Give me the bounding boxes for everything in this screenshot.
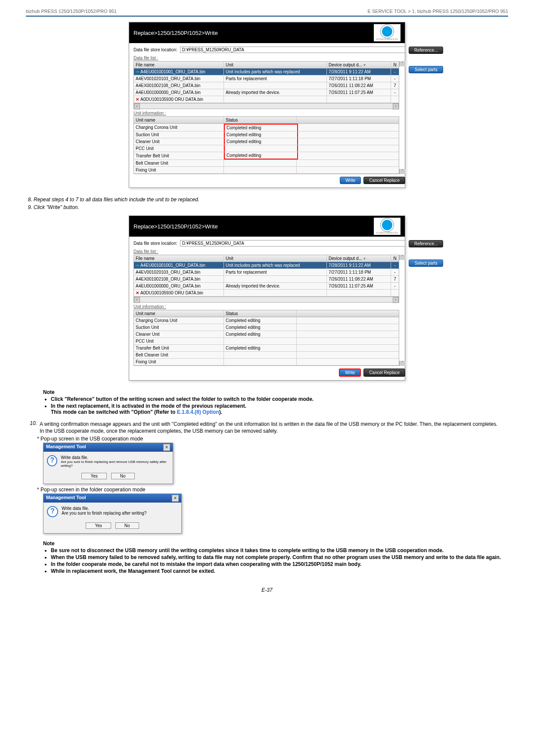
table-row[interactable]: Cleaner Unit Completed editing [134,138,399,145]
question-icon: ? [47,455,57,466]
unit-col-name[interactable]: Unit name [134,310,224,317]
dialog-title: Management Tool [46,444,86,451]
dialog-msg-2: Are you sure to finish replacing after w… [62,511,146,515]
col-unit[interactable]: Unit [224,62,327,68]
page-number: E-37 [26,587,508,593]
table-row[interactable]: A4EV001020103_ORU_DATA.bin Parts for rep… [134,269,399,276]
step-9: Click "Write" button. [34,204,508,210]
data-file-list-label: Data file list : [134,249,405,254]
scroll-up-icon[interactable]: ˄ [399,61,405,66]
table-row[interactable]: A4EX001002108_ORU_DATA.bin 7/26/2011 11:… [134,276,399,283]
table-row[interactable]: A4EU001000000_ORU_DATA.bin Already impor… [134,283,399,290]
data-file-list-label: Data file list : [134,56,405,60]
store-label: Data file store location: [134,47,177,52]
col-file[interactable]: File name [134,62,224,68]
scroll-left-icon[interactable]: ‹ [134,297,140,303]
cancel-replace-button[interactable]: Cancel Replace [363,369,405,377]
note-item: In the folder cooperate mode, be careful… [51,561,508,567]
select-parts-button[interactable]: Select parts [409,66,443,73]
dialog-msg-1: Write data file. [61,455,169,460]
table-row[interactable]: A4EX001002108_ORU_DATA.bin 7/26/2011 11:… [134,82,399,89]
error-icon: ✕ [136,291,139,295]
app-title: Replace>1250/1250P/1052>Write [134,223,218,230]
popup-usb-label: * Pop-up screen in the USB cooperation m… [37,436,508,442]
dialog-title: Management Tool [46,495,86,502]
table-row[interactable]: Transfer Belt Unit Completed editing [134,152,399,160]
table-row[interactable]: A4EV001020103_ORU_DATA.bin Parts for rep… [134,75,399,82]
step-10: A writing confirmation message appears a… [40,421,508,427]
yes-button[interactable]: Yes [86,522,111,529]
scroll-right-icon[interactable]: › [393,297,399,303]
scroll-left-icon[interactable]: ‹ [134,103,140,109]
question-icon: ? [47,506,58,517]
reference-button[interactable]: Reference... [409,240,443,247]
table-row[interactable]: Fixing Unit [134,167,399,174]
table-row[interactable]: Suction Unit Completed editing [134,131,399,138]
note-item: Click "Reference" button of the writing … [51,396,508,402]
arrow-icon: ➡ [136,263,139,268]
store-location-input[interactable] [180,240,405,247]
unit-col-name[interactable]: Unit name [134,117,224,123]
unit-info-label: Unit information : [134,304,399,309]
unit-col-status[interactable]: Status [224,117,297,123]
col-n[interactable]: N [391,255,399,262]
table-row[interactable]: PCC Unit [134,338,399,345]
table-row[interactable]: Belt Cleaner Unit [134,160,399,167]
col-file[interactable]: File name [134,255,224,262]
scroll-down-icon[interactable]: ˅ [399,169,405,174]
write-button[interactable]: Write [339,369,361,377]
table-row[interactable]: Fixing Unit [134,359,399,366]
col-unit[interactable]: Unit [224,255,327,262]
app-window-2: Replace>1250/1250P/1052>Write KONICA MIN… [129,216,405,381]
table-row[interactable]: ➡A4EU001001001_ORU_DATA.bin Unit include… [134,262,399,269]
no-button[interactable]: No [111,473,135,479]
col-n[interactable]: N [391,62,399,68]
note-title: Note [43,540,508,547]
header-right: E SERVICE TOOL > 1. bizhub PRESS 1250/12… [368,9,508,14]
close-icon[interactable]: × [163,444,170,451]
table-row[interactable]: Cleaner UnitCompleted editing [134,331,399,338]
table-row[interactable]: ✕ A0DU100105930 ORU DATA.bin [134,96,399,103]
dialog-msg-2: Are you sure to finish replacing and rem… [61,460,169,468]
table-row[interactable]: ➡A4EU001001001_ORU_DATA.bin Unit include… [134,69,399,75]
scroll-down-icon[interactable]: ˅ [399,361,405,366]
table-row[interactable]: Transfer Belt UnitCompleted editing [134,345,399,352]
step-8: Repeat steps 4 to 7 to all data files wh… [34,197,508,203]
header-left: bizhub PRESS 1250/1250P/1052/PRO 951 [26,9,117,14]
yes-button[interactable]: Yes [81,473,106,479]
cancel-replace-button[interactable]: Cancel Replace [363,177,405,184]
note-item: Be sure not to disconnect the USB memory… [51,547,508,553]
brand-logo-icon [381,25,394,38]
popup-folder-label: * Pop-up screen in the folder cooperatio… [37,487,508,493]
unit-col-status[interactable]: Status [224,310,297,317]
table-row[interactable]: Belt Cleaner Unit [134,352,399,359]
app-window-1: Replace>1250/1250P/1052>Write KONICA MIN… [129,22,405,188]
reference-button[interactable]: Reference... [409,47,443,54]
note-item: In the next replacement, it is activated… [51,403,508,415]
table-row[interactable]: Charging Corona Unit Completed editing [134,124,399,131]
write-button[interactable]: Write [340,177,361,184]
note-item: When the USB memory failed to be removed… [51,554,508,560]
dialog-msg-1: Write data file. [62,506,146,511]
scroll-up-icon[interactable]: ˄ [399,255,405,260]
note-title: Note [43,389,508,395]
store-label: Data file store location: [134,241,177,246]
table-row[interactable]: A4EU001000000_ORU_DATA.bin Already impor… [134,89,399,96]
step-10b: In the USB cooperate mode, once the repl… [40,428,508,434]
col-output[interactable]: Device output d... ▾ [327,62,391,68]
scroll-right-icon[interactable]: › [393,103,399,109]
no-button[interactable]: No [115,522,139,529]
select-parts-button[interactable]: Select parts [409,259,443,267]
table-row[interactable]: Charging Corona UnitCompleted editing [134,317,399,324]
table-row[interactable]: ✕ A0DU100105930 ORU DATA.bin [134,290,399,297]
app-title: Replace>1250/1250P/1052>Write [134,30,218,36]
table-row[interactable]: Suction UnitCompleted editing [134,324,399,331]
col-output[interactable]: Device output d... ▾ [327,255,391,262]
close-icon[interactable]: × [172,495,179,502]
brand-name: KONICA MINOLTA [376,38,398,41]
unit-info-label: Unit information : [134,111,399,116]
error-icon: ✕ [136,97,139,102]
option-link[interactable]: E.1.8.4.(8) Option [177,409,219,415]
store-location-input[interactable] [180,47,405,53]
table-row[interactable]: PCC Unit [134,145,399,152]
